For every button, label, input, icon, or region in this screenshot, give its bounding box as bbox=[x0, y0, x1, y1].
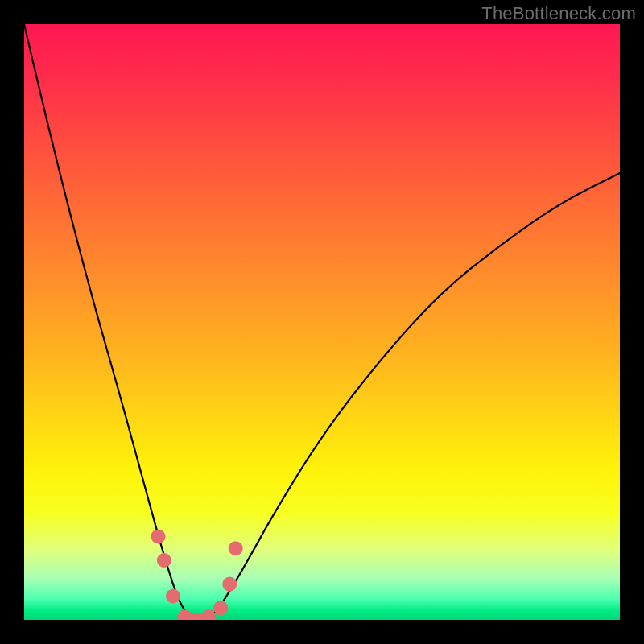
curve-marker bbox=[213, 601, 228, 615]
curve-marker bbox=[157, 553, 171, 568]
bottleneck-curve bbox=[24, 24, 620, 620]
marker-group bbox=[151, 529, 243, 620]
curve-marker bbox=[222, 577, 237, 592]
plot-area bbox=[24, 24, 620, 620]
curve-marker bbox=[151, 529, 166, 543]
curve-marker bbox=[201, 609, 216, 620]
curve-marker bbox=[166, 588, 180, 603]
watermark-text: TheBottleneck.com bbox=[481, 3, 636, 24]
chart-frame: TheBottleneck.com bbox=[0, 0, 644, 644]
curve-marker bbox=[229, 541, 243, 555]
curve-layer bbox=[24, 24, 620, 620]
